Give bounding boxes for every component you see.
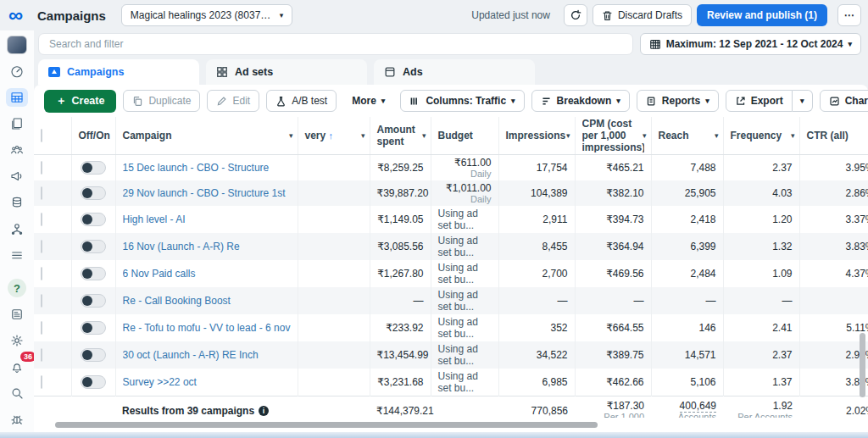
more-options-button[interactable]: ⋯	[837, 4, 861, 26]
campaign-link[interactable]: 16 Nov (Launch - A-R) Re	[123, 241, 291, 252]
select-all-checkbox[interactable]	[41, 129, 42, 142]
breakdown-button[interactable]: Breakdown ▾	[531, 90, 630, 112]
tab-campaigns[interactable]: Campaigns	[38, 59, 199, 85]
sidebar-item-billing[interactable]	[6, 193, 28, 212]
charts-button[interactable]: Charts	[820, 90, 868, 112]
ctr-cell: 5.11%	[799, 314, 868, 341]
row-checkbox[interactable]	[41, 294, 42, 308]
row-checkbox[interactable]	[41, 240, 42, 253]
off-on-toggle[interactable]	[81, 267, 106, 280]
campaign-link[interactable]: 30 oct (Launch - A-R) RE Inch	[123, 349, 291, 361]
account-selector-label: Magical healings 2023 (80373146444...	[131, 9, 275, 21]
duplicate-button[interactable]: Duplicate	[123, 90, 200, 112]
reports-button[interactable]: Reports ▾	[637, 90, 719, 112]
date-range-selector[interactable]: Maximum: 12 Sep 2021 - 12 Oct 2024 ▾	[640, 33, 861, 55]
discard-drafts-button[interactable]: Discard Drafts	[593, 4, 692, 26]
search-input[interactable]: Search and filter	[38, 33, 633, 55]
campaign-link[interactable]: High level - AI	[123, 213, 291, 225]
help-button[interactable]: ?	[6, 279, 28, 297]
gauge-icon	[9, 64, 25, 79]
off-on-toggle[interactable]	[81, 240, 106, 253]
campaign-link[interactable]: Survey >>22 oct	[123, 376, 291, 388]
review-publish-button[interactable]: Review and publish (1)	[697, 4, 827, 26]
row-checkbox[interactable]	[41, 267, 42, 280]
settings-button[interactable]	[6, 331, 28, 350]
create-button[interactable]: ＋ Create	[44, 90, 116, 113]
row-checkbox[interactable]	[41, 348, 42, 362]
table-row[interactable]: Re - Tofu to mofu - VV to lead - 6 nov ₹…	[34, 314, 868, 341]
more-button[interactable]: More ▾	[343, 90, 393, 112]
campaign-link[interactable]: Re - Call Booking Boost	[123, 295, 291, 307]
avatar[interactable]	[7, 36, 27, 54]
campaign-link[interactable]: 6 Nov Paid calls	[123, 268, 291, 280]
notifications-button[interactable]: 36	[6, 358, 28, 376]
sidebar-item-campaigns[interactable]	[6, 88, 28, 107]
off-on-toggle[interactable]	[81, 321, 106, 335]
refresh-button[interactable]	[564, 4, 587, 26]
table-row[interactable]: 30 oct (Launch - A-R) RE Inch ₹13,454.99…	[34, 341, 868, 369]
columns-icon	[409, 96, 420, 107]
col-cpm[interactable]: CPM (cost per 1,000 impressions)▾	[575, 117, 651, 155]
megaphone-icon	[9, 169, 25, 184]
updates-button[interactable]	[6, 305, 28, 324]
columns-button[interactable]: Columns: Traffic ▾	[400, 90, 524, 112]
col-budget[interactable]: Budget	[431, 117, 498, 155]
col-campaign[interactable]: Campaign▾	[115, 117, 298, 155]
table-row[interactable]: 29 Nov launch - CBO - Structure 1st ₹39,…	[34, 180, 868, 206]
row-checkbox[interactable]	[41, 321, 42, 335]
col-reach[interactable]: Reach▾	[651, 117, 723, 155]
horizontal-scrollbar[interactable]	[55, 422, 598, 428]
sidebar-item-all-tools[interactable]	[6, 246, 28, 264]
campaign-link[interactable]: Re - Tofu to mofu - VV to lead - 6 nov	[123, 322, 291, 334]
row-checkbox[interactable]	[41, 161, 42, 175]
table-row[interactable]: High level - AI ₹1,149.05 Using ad set b…	[34, 206, 868, 233]
off-on-toggle[interactable]	[81, 375, 106, 389]
news-icon	[9, 307, 25, 322]
tab-ad-sets[interactable]: Ad sets	[206, 59, 367, 85]
sidebar-item-reporting[interactable]	[6, 114, 28, 133]
vertical-scrollbar[interactable]	[860, 333, 865, 397]
col-delivery[interactable]: very ↑▾	[298, 117, 370, 155]
info-icon[interactable]: i	[259, 406, 269, 416]
col-ctr[interactable]: CTR (all)▾	[799, 117, 868, 155]
off-on-toggle[interactable]	[81, 213, 106, 226]
ctr-cell: 3.83%	[799, 233, 868, 260]
cpm-cell: —	[575, 287, 651, 314]
edit-button[interactable]: Edit	[207, 90, 259, 112]
campaigns-folder-icon	[48, 67, 60, 77]
row-checkbox[interactable]	[41, 186, 42, 200]
campaign-link[interactable]: 15 Dec launch - CBO - Structure	[123, 162, 291, 174]
campaigns-panel: ＋ Create Duplicate Edit A/B test	[34, 85, 868, 432]
sidebar-item-advertise[interactable]	[6, 167, 28, 186]
report-bug-button[interactable]	[6, 410, 28, 429]
off-on-toggle[interactable]	[81, 186, 106, 200]
select-all-header[interactable]	[34, 117, 71, 155]
campaign-link[interactable]: 29 Nov launch - CBO - Structure 1st	[123, 187, 291, 199]
export-button[interactable]: Export	[726, 90, 793, 112]
row-checkbox[interactable]	[41, 213, 42, 226]
col-frequency[interactable]: Frequency▾	[723, 117, 799, 155]
account-selector[interactable]: Magical healings 2023 (80373146444... ▾	[121, 4, 293, 26]
ab-test-button[interactable]: A/B test	[266, 90, 337, 112]
export-options-button[interactable]: ▾	[793, 90, 813, 112]
table-row[interactable]: 15 Dec launch - CBO - Structure ₹8,259.2…	[34, 155, 868, 181]
tab-ads[interactable]: Ads	[374, 59, 535, 85]
col-amount-spent[interactable]: Amount spent▾	[370, 117, 431, 155]
sidebar-item-overview[interactable]	[6, 62, 28, 80]
pencil-icon	[216, 96, 227, 107]
table-row[interactable]: Survey >>22 oct ₹3,231.68 Using ad set b…	[34, 369, 868, 396]
off-on-toggle[interactable]	[81, 294, 106, 308]
col-impressions[interactable]: Impressions▾	[498, 117, 575, 155]
table-row[interactable]: 16 Nov (Launch - A-R) Re ₹3,085.56 Using…	[34, 233, 868, 260]
sidebar-item-audiences[interactable]	[6, 141, 28, 159]
row-checkbox[interactable]	[41, 375, 42, 389]
sidebar-item-business-settings[interactable]	[6, 219, 28, 238]
table-row[interactable]: Re - Call Booking Boost — Using ad set b…	[34, 287, 868, 314]
people-icon	[9, 142, 25, 158]
chevron-down-icon: ▾	[643, 131, 647, 140]
frequency-cell: 1.20	[723, 206, 799, 233]
off-on-toggle[interactable]	[81, 161, 106, 175]
off-on-toggle[interactable]	[81, 348, 106, 362]
table-row[interactable]: 6 Nov Paid calls ₹1,267.80 Using ad set …	[34, 260, 868, 287]
search-button[interactable]	[6, 384, 28, 402]
